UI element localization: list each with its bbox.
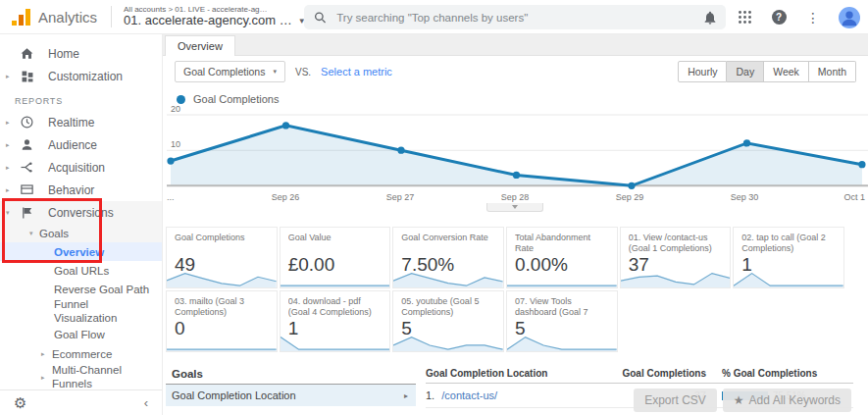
collapse-sidebar-icon[interactable]: ‹ — [144, 395, 148, 410]
table-header-row: Goal Completion Location Goal Completion… — [426, 366, 853, 384]
x-tick-label: ... — [167, 192, 210, 202]
scorecard-sparkline — [393, 334, 503, 351]
scorecard-sparkline — [507, 270, 617, 287]
add-all-keywords-button[interactable]: ★ Add All Keywords — [723, 389, 851, 412]
granularity-day-button[interactable]: Day — [727, 61, 764, 82]
export-csv-button[interactable]: Export CSV — [634, 389, 717, 412]
scorecard[interactable]: Goal Value £0.00 — [280, 227, 391, 288]
acquisition-icon — [19, 159, 35, 176]
sidebar-item-reverse-goal-path[interactable]: Reverse Goal Path — [0, 280, 162, 298]
scorecard[interactable]: 05. youtube (Goal 5 Completions) 5 — [392, 290, 504, 352]
col-header-location[interactable]: Goal Completion Location — [426, 368, 620, 380]
granularity-month-button[interactable]: Month — [809, 61, 856, 82]
sidebar-item-acquisition[interactable]: ▸ Acquisition — [0, 156, 162, 179]
scorecard-title: 02. tap to call (Goal 2 Completions) — [741, 233, 836, 254]
sidebar-item-ecommerce[interactable]: ▸ Ecommerce — [0, 343, 162, 364]
sidebar-item-customization[interactable]: ▸ Customization — [0, 65, 162, 87]
metric-toolbar: Goal Completions ▾ VS. Select a metric H… — [163, 56, 868, 87]
search-icon — [314, 11, 327, 25]
select-metric-link[interactable]: Select a metric — [321, 66, 392, 78]
behavior-icon — [19, 182, 35, 198]
x-tick-label: Sep 30 — [723, 192, 766, 202]
scorecard[interactable]: 01. View /contact-us (Goal 1 Completions… — [620, 227, 732, 288]
scorecard[interactable]: 07. View Tools dashboard (Goal 7 Complet… — [506, 290, 618, 352]
sidebar-item-funnel-visualization[interactable]: Funnel Visualization — [0, 298, 162, 325]
scorecard-title: 01. View /contact-us (Goal 1 Completions… — [629, 233, 723, 254]
metric-selector-dropdown[interactable]: Goal Completions ▾ — [175, 61, 285, 82]
tab-strip: Overview — [163, 34, 868, 56]
more-menu-icon[interactable]: ⋮ — [804, 9, 822, 26]
chart-expander-button[interactable] — [486, 203, 543, 212]
user-avatar[interactable] — [839, 7, 860, 28]
account-selector[interactable]: All accounts > 01. LIVE - accelerate-ag…… — [124, 5, 306, 28]
legend-dot-icon — [177, 95, 185, 104]
scorecard-sparkline — [393, 270, 503, 287]
scorecard-title: 05. youtube (Goal 5 Completions) — [401, 296, 495, 318]
expand-caret-icon: ▸ — [6, 141, 17, 149]
search-bar[interactable] — [304, 5, 726, 29]
reports-section-label: REPORTS — [0, 87, 162, 111]
goals-panel: Goals Goal Completion Location ▸ Source … — [166, 366, 416, 415]
sidebar-item-overview[interactable]: Overview — [0, 242, 162, 261]
scorecard-sparkline — [734, 270, 843, 287]
scorecard-title: 03. mailto (Goal 3 Completions) — [175, 296, 269, 318]
collapse-caret-icon: ▾ — [29, 230, 39, 237]
chevron-down-icon: ▾ — [273, 68, 277, 76]
scorecard[interactable]: Goal Completions 49 — [166, 227, 278, 288]
scorecard[interactable]: Total Abandonment Rate 0.00% — [506, 227, 618, 288]
sidebar-item-multi-channel-funnels[interactable]: ▸ Multi-Channel Funnels — [0, 364, 162, 390]
search-input[interactable] — [336, 12, 716, 24]
main-content: Overview Goal Completions ▾ VS. Select a… — [163, 34, 868, 415]
sidebar-item-goal-flow[interactable]: Goal Flow — [0, 325, 162, 343]
sidebar-item-goals[interactable]: ▾ Goals — [0, 224, 162, 242]
x-tick-label: Sep 29 — [608, 192, 651, 202]
source-medium-link[interactable]: Source / Medium — [166, 406, 416, 415]
sidebar-item-goal-urls[interactable]: Goal URLs — [0, 261, 162, 280]
scorecard[interactable]: 04. download - pdf (Goal 4 Completions) … — [280, 290, 391, 352]
help-icon[interactable]: ? — [770, 9, 788, 26]
sidebar-item-behavior[interactable]: ▸ Behavior — [0, 179, 162, 201]
chart-canvas — [167, 107, 868, 191]
scorecard-title: 07. View Tools dashboard (Goal 7 Complet… — [515, 296, 609, 318]
chevron-down-icon — [512, 205, 518, 209]
notifications-bell-icon[interactable] — [701, 9, 719, 26]
sidebar-item-conversions[interactable]: ▾ Conversions — [0, 201, 162, 224]
expand-caret-icon: ▸ — [6, 119, 17, 127]
sidebar-item-home[interactable]: Home — [0, 42, 162, 65]
clock-icon — [19, 114, 35, 130]
sidebar-item-realtime[interactable]: ▸ Realtime — [0, 111, 162, 133]
scorecard-title: 04. download - pdf (Goal 4 Completions) — [288, 296, 383, 318]
sidebar-item-audience[interactable]: ▸ Audience — [0, 133, 162, 156]
scorecard[interactable]: 02. tap to call (Goal 2 Completions) 1 — [733, 227, 844, 288]
app-header: Analytics All accounts > 01. LIVE - acce… — [0, 0, 868, 34]
chart-expander-row — [163, 203, 868, 213]
scorecard[interactable]: Goal Conversion Rate 7.50% — [392, 227, 504, 288]
col-header-completions[interactable]: Goal Completions — [620, 368, 706, 380]
collapse-caret-icon: ▾ — [6, 209, 17, 217]
timeseries-chart[interactable]: 1020 — [167, 107, 868, 191]
granularity-hourly-button[interactable]: Hourly — [678, 61, 727, 82]
row-rank: 1. — [426, 389, 434, 401]
granularity-switcher: Hourly Day Week Month — [678, 61, 856, 82]
location-link[interactable]: /contact-us/ — [441, 389, 497, 401]
goal-completion-location-item[interactable]: Goal Completion Location ▸ — [166, 385, 416, 406]
scorecard-sparkline — [621, 270, 731, 287]
scorecard-title: Total Abandonment Rate — [515, 233, 609, 254]
scorecard-sparkline — [167, 270, 277, 287]
apps-grid-icon[interactable] — [736, 9, 753, 26]
scorecard-sparkline — [281, 334, 390, 351]
col-header-pct[interactable]: % Goal Completions — [706, 368, 853, 380]
gear-icon[interactable]: ⚙ — [14, 394, 26, 412]
product-name: Analytics — [38, 9, 97, 26]
granularity-week-button[interactable]: Week — [764, 61, 809, 82]
sidebar-footer: ⚙ ‹ — [0, 389, 162, 415]
analytics-logo-icon — [12, 8, 30, 26]
chart-legend: Goal Completions — [163, 87, 868, 107]
x-axis-ticks: ...Sep 26Sep 27Sep 28Sep 29Sep 30Oct 1 — [167, 191, 868, 203]
expand-caret-icon: ▸ — [6, 186, 17, 194]
tab-overview[interactable]: Overview — [165, 35, 235, 56]
scorecard[interactable]: 03. mailto (Goal 3 Completions) 0 — [166, 290, 278, 352]
floating-overlay-buttons: Export CSV ★ Add All Keywords — [634, 389, 851, 412]
scorecard-title: Goal Completions — [175, 233, 269, 254]
x-tick-label: Oct 1 — [822, 192, 865, 202]
